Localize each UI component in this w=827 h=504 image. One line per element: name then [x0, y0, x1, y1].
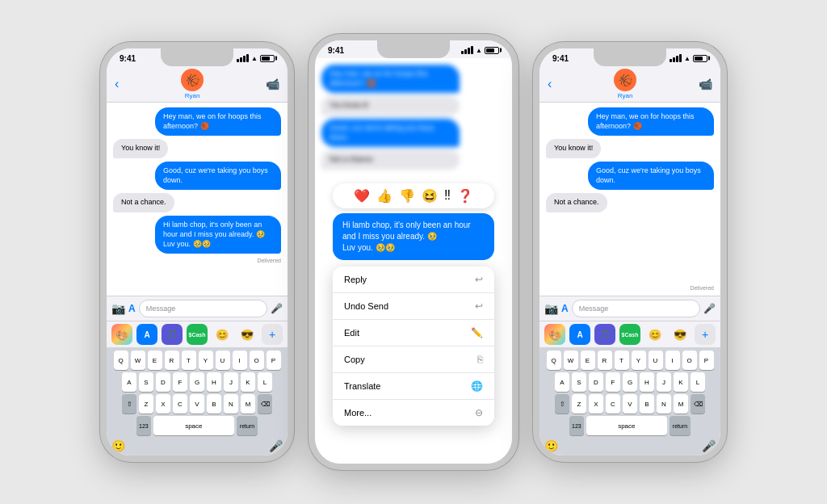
key-n-r[interactable]: N [657, 394, 671, 414]
plus-icon[interactable]: + [262, 324, 283, 345]
key-n[interactable]: N [224, 394, 238, 414]
key-z-r[interactable]: Z [572, 394, 586, 414]
context-copy[interactable]: Copy ⎘ [333, 346, 494, 373]
key-b-r[interactable]: B [640, 394, 654, 414]
mic-icon[interactable]: 🎤 [271, 303, 283, 314]
key-s[interactable]: S [139, 372, 153, 392]
extra-icon[interactable]: 😎 [237, 324, 258, 345]
emoji-icon[interactable]: 🙂 [111, 439, 125, 452]
key-return-r[interactable]: return [670, 416, 691, 435]
camera-icon-right[interactable]: 📷 [544, 302, 558, 315]
key-j[interactable]: J [224, 372, 238, 392]
key-shift-r[interactable]: ⇧ [555, 394, 569, 414]
emoji-icon-right[interactable]: 🙂 [544, 439, 558, 452]
key-d-r[interactable]: D [589, 372, 603, 392]
context-translate[interactable]: Translate 🌐 [333, 373, 494, 400]
key-i[interactable]: I [233, 351, 247, 370]
dictation-icon[interactable]: 🎤 [269, 439, 283, 452]
key-t-r[interactable]: T [615, 351, 629, 370]
cash-app-icon[interactable]: $Cash [187, 324, 208, 345]
context-more[interactable]: More... ⊖ [333, 400, 494, 426]
key-g[interactable]: G [190, 372, 204, 392]
key-i-r[interactable]: I [665, 351, 680, 370]
key-a-r[interactable]: A [555, 372, 569, 392]
photos-app-icon-right[interactable]: 🎨 [544, 324, 565, 345]
key-k[interactable]: K [241, 372, 255, 392]
audio-app-icon[interactable]: 🎵 [162, 324, 183, 345]
key-o-r[interactable]: O [682, 351, 697, 370]
key-u-r[interactable]: U [649, 351, 663, 370]
key-q-r[interactable]: Q [547, 351, 561, 370]
key-c-r[interactable]: C [606, 394, 620, 414]
key-numbers[interactable]: 123 [136, 416, 151, 435]
appstore-app-icon-right[interactable]: A [569, 324, 590, 345]
key-r-r[interactable]: R [598, 351, 612, 370]
photos-app-icon[interactable]: 🎨 [111, 324, 132, 345]
key-c[interactable]: C [173, 394, 187, 414]
key-e-r[interactable]: E [581, 351, 595, 370]
message-input-right[interactable]: Message [572, 300, 700, 317]
memoji-icon[interactable]: 😊 [212, 324, 233, 345]
appstore-icon[interactable]: A [128, 303, 136, 314]
tapback-question[interactable]: ❓ [457, 188, 473, 204]
key-l-r[interactable]: L [691, 372, 705, 392]
back-button[interactable]: ‹ [115, 77, 119, 91]
audio-app-icon-right[interactable]: 🎵 [594, 324, 615, 345]
key-m-r[interactable]: M [674, 394, 688, 414]
extra-icon-right[interactable]: 😎 [670, 324, 691, 345]
key-f-r[interactable]: F [606, 372, 620, 392]
key-x-r[interactable]: X [589, 394, 603, 414]
key-x[interactable]: X [156, 394, 170, 414]
key-d[interactable]: D [156, 372, 170, 392]
key-e[interactable]: E [148, 351, 162, 370]
memoji-icon-right[interactable]: 😊 [644, 324, 665, 345]
key-t[interactable]: T [182, 351, 196, 370]
key-o[interactable]: O [250, 351, 264, 370]
key-r[interactable]: R [165, 351, 179, 370]
key-l[interactable]: L [258, 372, 272, 392]
key-space-r[interactable]: space [586, 416, 667, 435]
video-call-icon[interactable]: 📹 [266, 78, 279, 90]
key-f[interactable]: F [173, 372, 187, 392]
context-edit[interactable]: Edit ✏️ [333, 320, 494, 346]
key-return[interactable]: return [237, 416, 258, 435]
key-u[interactable]: U [216, 351, 230, 370]
cash-app-icon-right[interactable]: $Cash [619, 324, 640, 345]
key-s-r[interactable]: S [572, 372, 586, 392]
appstore-app-icon[interactable]: A [136, 324, 157, 345]
video-call-icon-right[interactable]: 📹 [699, 78, 712, 90]
key-w[interactable]: W [131, 351, 145, 370]
tapback-thumbsup[interactable]: 👍 [376, 188, 393, 204]
key-g-r[interactable]: G [623, 372, 637, 392]
key-q[interactable]: Q [114, 351, 128, 370]
dictation-icon-right[interactable]: 🎤 [702, 439, 716, 452]
mic-icon-right[interactable]: 🎤 [703, 303, 716, 314]
key-delete[interactable]: ⌫ [258, 394, 272, 414]
context-reply[interactable]: Reply ↩ [333, 267, 494, 293]
key-k-r[interactable]: K [674, 372, 688, 392]
key-p[interactable]: P [267, 351, 281, 370]
key-space[interactable]: space [153, 416, 234, 435]
key-h-r[interactable]: H [640, 372, 654, 392]
key-y-r[interactable]: Y [632, 351, 646, 370]
key-w-r[interactable]: W [564, 351, 578, 370]
key-numbers-r[interactable]: 123 [569, 416, 584, 435]
camera-icon[interactable]: 📷 [111, 302, 125, 315]
key-v-r[interactable]: V [623, 394, 637, 414]
appstore-icon-right[interactable]: A [561, 303, 569, 314]
message-input[interactable]: Message [139, 300, 267, 317]
tapback-heart[interactable]: ❤️ [354, 188, 370, 204]
key-delete-r[interactable]: ⌫ [691, 394, 705, 414]
context-undo-send[interactable]: Undo Send ↩ [333, 293, 494, 320]
key-j-r[interactable]: J [657, 372, 671, 392]
key-b[interactable]: B [207, 394, 221, 414]
key-shift[interactable]: ⇧ [122, 394, 136, 414]
back-button-right[interactable]: ‹ [548, 77, 552, 91]
key-h[interactable]: H [207, 372, 221, 392]
tapback-haha[interactable]: 😆 [422, 188, 438, 204]
key-a[interactable]: A [122, 372, 136, 392]
key-y[interactable]: Y [199, 351, 213, 370]
tapback-thumbsdown[interactable]: 👎 [399, 188, 415, 204]
plus-icon-right[interactable]: + [695, 324, 716, 345]
key-p-r[interactable]: P [699, 351, 714, 370]
